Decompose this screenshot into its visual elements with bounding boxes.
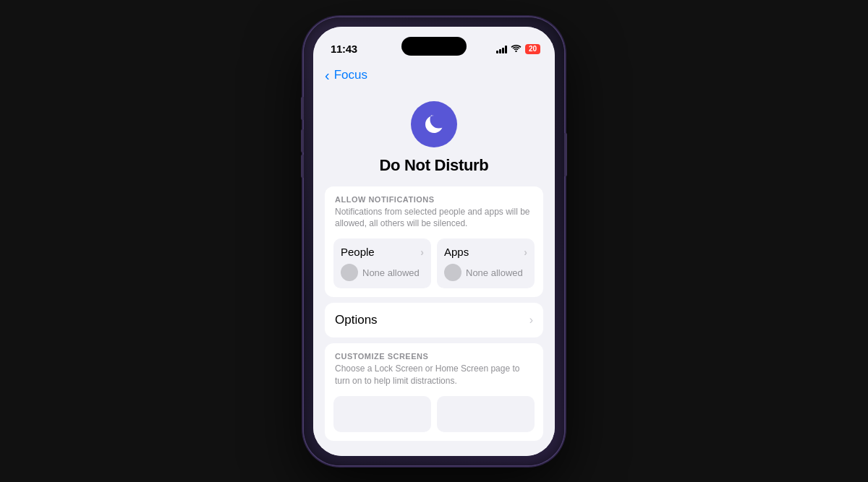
back-button[interactable]: ‹ Focus (325, 67, 543, 84)
people-avatar-icon (341, 264, 358, 281)
phone-shell: 11:43 (304, 17, 564, 465)
customize-screens-title: CUSTOMIZE SCREENS (335, 352, 533, 361)
customize-screens-subtitle: Choose a Lock Screen or Home Screen page… (335, 363, 533, 387)
scene: 11:43 (0, 0, 868, 482)
people-card-sub: None allowed (341, 264, 424, 281)
allow-notifications-section: ALLOW NOTIFICATIONS Notifications from s… (325, 186, 543, 298)
allow-notifications-subtitle: Notifications from selected people and a… (335, 206, 533, 231)
status-bar: 11:43 (313, 27, 555, 61)
people-card-chevron-icon: › (420, 246, 424, 258)
header-section: Do Not Disturb (313, 87, 555, 186)
dnd-title: Do Not Disturb (379, 156, 488, 175)
dnd-icon-circle (411, 101, 457, 147)
wifi-icon (511, 43, 522, 54)
people-card-title: People (341, 246, 375, 258)
apps-avatar-icon (444, 264, 461, 281)
allow-notifications-header: ALLOW NOTIFICATIONS Notifications from s… (325, 186, 543, 233)
people-card-value: None allowed (362, 267, 420, 278)
customize-card-1[interactable] (333, 396, 431, 432)
screen-content: Do Not Disturb ALLOW NOTIFICATIONS Notif… (313, 87, 555, 456)
apps-card-sub: None allowed (444, 264, 527, 281)
customize-cards-row (325, 390, 543, 441)
back-chevron-icon: ‹ (325, 67, 330, 84)
apps-card-title: Apps (444, 246, 469, 258)
content-sections: ALLOW NOTIFICATIONS Notifications from s… (313, 186, 555, 447)
people-card[interactable]: People › None allowed (333, 238, 431, 288)
notif-cards-row: People › None allowed (325, 233, 543, 297)
allow-notifications-title: ALLOW NOTIFICATIONS (335, 195, 533, 204)
options-label: Options (335, 313, 378, 327)
back-label: Focus (334, 68, 367, 82)
customize-screens-header: CUSTOMIZE SCREENS Choose a Lock Screen o… (325, 343, 543, 390)
signal-bars-icon (496, 45, 507, 53)
apps-card-chevron-icon: › (524, 246, 527, 258)
customize-screens-section: CUSTOMIZE SCREENS Choose a Lock Screen o… (325, 343, 543, 441)
svg-point-0 (515, 51, 516, 52)
status-time: 11:43 (331, 43, 357, 55)
moon-icon (422, 112, 446, 137)
options-row[interactable]: Options › (325, 303, 543, 337)
apps-card[interactable]: Apps › None allowed (437, 238, 535, 288)
customize-card-2[interactable] (437, 396, 535, 432)
options-chevron-icon: › (529, 314, 533, 327)
battery-icon: 20 (525, 44, 540, 54)
screen-bezel: 11:43 (313, 27, 555, 456)
apps-card-value: None allowed (466, 267, 523, 278)
apps-card-header: Apps › (444, 246, 527, 258)
people-card-header: People › (341, 246, 424, 258)
dynamic-island (401, 37, 467, 56)
status-icons: 20 (496, 43, 540, 54)
nav-bar: ‹ Focus (313, 61, 555, 87)
